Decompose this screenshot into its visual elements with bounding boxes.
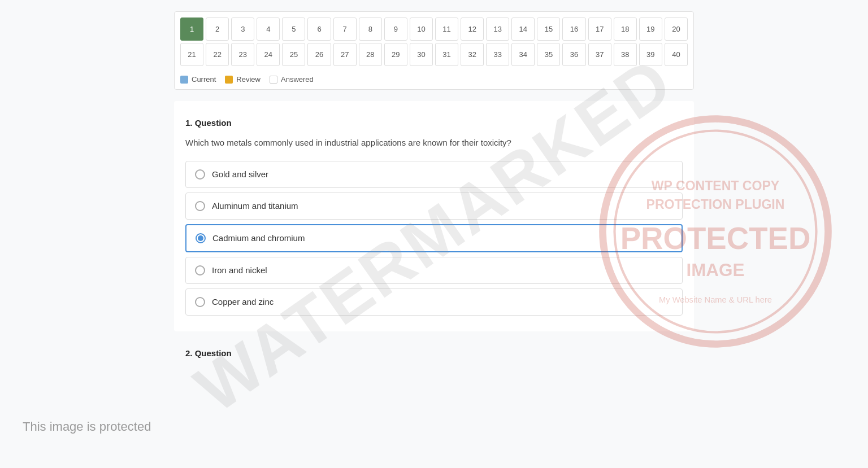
nav-btn-38[interactable]: 38 [614,43,637,66]
nav-btn-17[interactable]: 17 [588,18,611,41]
nav-btn-28[interactable]: 28 [359,43,382,66]
nav-btn-20[interactable]: 20 [665,18,688,41]
nav-btn-21[interactable]: 21 [180,43,203,66]
nav-btn-11[interactable]: 11 [435,18,458,41]
legend-current-label: Current [192,75,216,84]
option-item-5[interactable]: Copper and zinc [185,288,683,316]
nav-btn-2[interactable]: 2 [206,18,229,41]
current-swatch [180,76,188,84]
legend-item-review: Review [225,75,261,84]
nav-btn-5[interactable]: 5 [282,18,305,41]
answered-swatch [270,76,277,84]
options-list-1: Gold and silverAluminum and titaniumCadm… [185,161,683,320]
option-item-1[interactable]: Gold and silver [185,161,683,188]
nav-btn-32[interactable]: 32 [461,43,484,66]
nav-btn-4[interactable]: 4 [257,18,280,41]
nav-btn-24[interactable]: 24 [257,43,280,66]
nav-btn-22[interactable]: 22 [206,43,229,66]
nav-btn-39[interactable]: 39 [639,43,662,66]
option-radio-5 [195,297,205,307]
option-text-3: Cadmium and chromium [212,233,305,243]
nav-btn-33[interactable]: 33 [486,43,509,66]
option-radio-1 [195,169,205,180]
nav-btn-10[interactable]: 10 [410,18,433,41]
page-wrapper: 1234567891011121314151617181920212223242… [151,0,717,369]
option-radio-4 [195,265,205,275]
nav-btn-30[interactable]: 30 [410,43,433,66]
option-text-5: Copper and zinc [212,297,274,307]
nav-btn-37[interactable]: 37 [588,43,611,66]
option-text-4: Iron and nickel [212,265,267,275]
question-1-text: Which two metals commonly used in indust… [185,137,683,150]
legend-review-label: Review [236,75,261,84]
nav-btn-9[interactable]: 9 [384,18,407,41]
option-radio-2 [195,201,205,211]
option-item-2[interactable]: Aluminum and titanium [185,193,683,220]
review-swatch [225,76,233,84]
question-1-label: 1. Question [185,118,683,128]
question-2-label: 2. Question [174,343,694,358]
nav-btn-13[interactable]: 13 [486,18,509,41]
nav-btn-3[interactable]: 3 [231,18,254,41]
legend-item-answered: Answered [270,75,314,84]
nav-btn-27[interactable]: 27 [333,43,357,66]
option-text-1: Gold and silver [212,169,268,179]
nav-btn-15[interactable]: 15 [537,18,560,41]
nav-grid: 1234567891011121314151617181920212223242… [180,18,688,66]
nav-btn-18[interactable]: 18 [614,18,637,41]
nav-btn-25[interactable]: 25 [282,43,305,66]
nav-btn-35[interactable]: 35 [537,43,560,66]
nav-btn-19[interactable]: 19 [639,18,662,41]
nav-btn-31[interactable]: 31 [435,43,458,66]
nav-btn-14[interactable]: 14 [511,18,535,41]
question-section-1: 1. Question Which two metals commonly us… [174,101,694,331]
nav-btn-40[interactable]: 40 [665,43,688,66]
nav-btn-12[interactable]: 12 [461,18,484,41]
nav-btn-36[interactable]: 36 [562,43,585,66]
question-navigator: 1234567891011121314151617181920212223242… [174,11,694,90]
nav-btn-34[interactable]: 34 [511,43,535,66]
option-radio-3 [196,233,206,243]
nav-btn-7[interactable]: 7 [333,18,357,41]
legend-answered-label: Answered [281,75,314,84]
nav-btn-8[interactable]: 8 [359,18,382,41]
legend-item-current: Current [180,75,216,84]
option-item-3[interactable]: Cadmium and chromium [185,224,683,252]
nav-btn-29[interactable]: 29 [384,43,407,66]
nav-btn-23[interactable]: 23 [231,43,254,66]
nav-btn-1[interactable]: 1 [180,18,203,41]
nav-btn-6[interactable]: 6 [307,18,331,41]
option-text-2: Aluminum and titanium [212,201,298,211]
legend: Current Review Answered [180,72,688,84]
option-item-4[interactable]: Iron and nickel [185,257,683,284]
nav-btn-26[interactable]: 26 [307,43,331,66]
nav-btn-16[interactable]: 16 [562,18,585,41]
